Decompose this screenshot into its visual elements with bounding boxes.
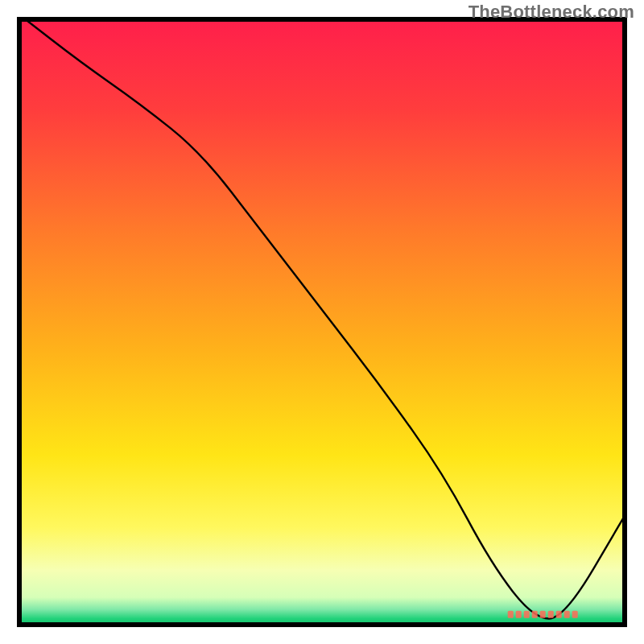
svg-rect-3 — [524, 611, 530, 618]
svg-rect-5 — [540, 611, 546, 618]
svg-rect-8 — [564, 611, 570, 618]
svg-rect-7 — [556, 611, 562, 618]
svg-rect-4 — [532, 611, 538, 618]
svg-rect-1 — [508, 611, 514, 618]
svg-rect-9 — [572, 611, 578, 618]
svg-rect-2 — [516, 611, 522, 618]
chart-stage: TheBottleneck.com — [0, 0, 644, 644]
minimum-annotation — [508, 611, 578, 618]
plot-area — [19, 19, 625, 625]
svg-rect-6 — [548, 611, 554, 618]
bottleneck-chart — [0, 0, 644, 644]
watermark-text: TheBottleneck.com — [469, 2, 634, 23]
gradient-background — [19, 19, 625, 625]
